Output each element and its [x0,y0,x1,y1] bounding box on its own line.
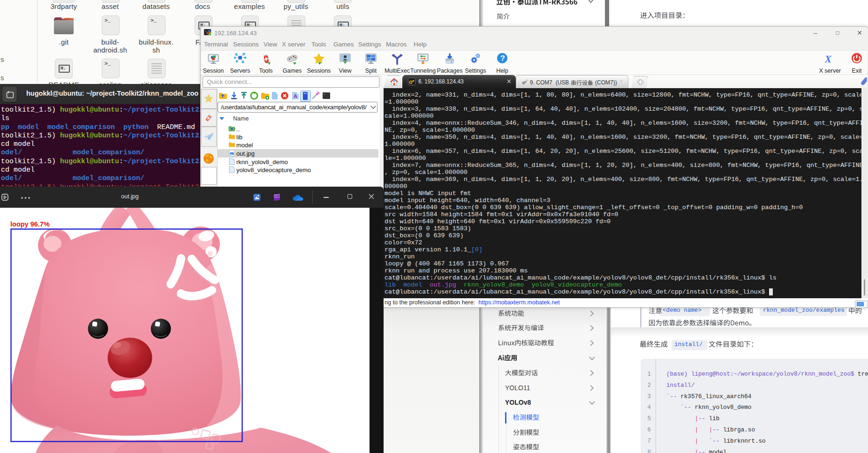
svg-text:X: X [824,53,832,65]
svg-text:?: ? [500,54,505,62]
svg-text:>: > [324,93,326,96]
svg-text:loopy 96.7%: loopy 96.7% [10,220,50,228]
svg-text:A: A [294,93,297,99]
